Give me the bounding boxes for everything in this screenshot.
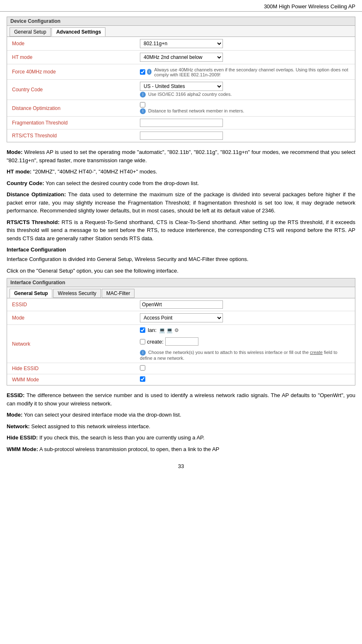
wmm-bottom-desc-bold: WMM Mode: xyxy=(7,446,38,452)
essid-bottom-desc: ESSID: The difference between the servic… xyxy=(7,391,355,407)
label-country-code: Country Code xyxy=(7,80,136,100)
mode-bottom-desc-bold: Mode: xyxy=(7,412,22,418)
mode-desc-text: Wireless AP is used to set the operating… xyxy=(7,149,355,163)
iface-config-form: ESSID Mode Access Point Client Ad-Hoc Mo… xyxy=(7,298,355,385)
lan-label: lan: xyxy=(148,327,157,333)
iface-row-mode: Mode Access Point Client Ad-Hoc Monitor xyxy=(7,311,355,325)
ht-mode-desc: HT mode: "20MHZ", "40MHZ HT40-", "40MHZ … xyxy=(7,168,355,176)
country-code-desc: Country Code: Yon can select the desired… xyxy=(7,179,355,188)
essid-bottom-desc-text: The difference between the service numbe… xyxy=(7,392,355,407)
rts-desc: RTS/CTS Threshold: RTS is a Request-To-S… xyxy=(7,218,355,243)
rts-desc-bold: RTS/CTS Threshold: xyxy=(7,219,60,225)
page-header: 300M High Power Wireless Ceiling AP xyxy=(0,0,362,12)
tab-iface-general[interactable]: General Setup xyxy=(10,289,52,298)
hide-essid-bottom-desc-text: If you check this, the search is less th… xyxy=(39,434,205,441)
iface-config-box: Interface Configuration General Setup Wi… xyxy=(7,278,355,385)
iface-row-hide-essid: Hide ESSID xyxy=(7,363,355,374)
mode-select[interactable]: 802.11b 802.11g 802.11n 802.11g+n xyxy=(140,39,223,48)
wmm-mode-checkbox[interactable] xyxy=(140,376,145,382)
force-40mhz-checkbox[interactable] xyxy=(140,69,145,75)
tab-iface-mac-filter[interactable]: MAC-Filter xyxy=(102,289,135,298)
device-config-box: Device Configuration General Setup Advan… xyxy=(7,17,355,142)
header-title: 300M High Power Wireless Ceiling AP xyxy=(264,3,355,10)
label-network: Network xyxy=(7,325,136,363)
label-force-40mhz: Force 40MHz mode xyxy=(7,64,136,80)
hide-essid-checkbox[interactable] xyxy=(140,365,145,371)
label-frag-threshold: Fragmentation Threshold xyxy=(7,117,136,129)
ht-mode-desc-bold: HT mode: xyxy=(7,168,32,175)
iface-row-essid: ESSID xyxy=(7,298,355,311)
iface-row-wmm-mode: WMM Mode xyxy=(7,374,355,385)
distance-desc-bold: Distance Optimization: xyxy=(7,191,66,198)
info-icon: i xyxy=(147,69,152,75)
country-info-icon: i xyxy=(140,92,146,98)
essid-bottom-desc-bold: ESSID: xyxy=(7,392,24,398)
network-bottom-desc: Network: Select assigned to this network… xyxy=(7,422,355,431)
form-row-frag-threshold: Fragmentation Threshold xyxy=(7,117,355,129)
create-label: create: xyxy=(147,339,164,345)
country-code-select[interactable]: US - United States CN - China GB - Unite… xyxy=(140,82,223,91)
force-40mhz-note: Always use 40MHz channels even if the se… xyxy=(154,67,351,77)
iface-mode-select[interactable]: Access Point Client Ad-Hoc Monitor xyxy=(140,313,223,322)
lan-icons: 💻 💻 ⚙ xyxy=(159,327,179,333)
tab-iface-wireless-security[interactable]: Wireless Security xyxy=(53,289,101,298)
hide-essid-bottom-desc-bold: Hide ESSID: xyxy=(7,434,38,441)
country-code-desc-text: Yon can select the desired country code … xyxy=(46,180,199,186)
country-code-desc-bold: Country Code: xyxy=(7,180,44,186)
frag-threshold-input[interactable] xyxy=(140,119,223,127)
iface-config-title: Interface Configuration xyxy=(7,278,355,287)
hide-essid-bottom-desc: Hide ESSID: If you check this, the searc… xyxy=(7,434,355,442)
rts-threshold-input[interactable] xyxy=(140,132,223,140)
distance-note: i Distance to farthest network member in… xyxy=(140,108,351,114)
mode-desc-bold: Mode: xyxy=(7,149,22,155)
create-input[interactable] xyxy=(165,337,198,346)
mode-desc: Mode: Wireless AP is used to set the ope… xyxy=(7,148,355,164)
form-row-ht-mode: HT mode 20MHz 40MHz 2nd channel below 40… xyxy=(7,51,355,64)
essid-input[interactable] xyxy=(140,300,223,309)
network-bottom-desc-bold: Network: xyxy=(7,423,30,429)
label-hide-essid: Hide ESSID xyxy=(7,363,136,374)
label-distance: Distance Optimization xyxy=(7,100,136,117)
iface-config-tabs: General Setup Wireless Security MAC-Filt… xyxy=(7,287,355,298)
label-wmm-mode: WMM Mode xyxy=(7,374,136,385)
wmm-bottom-desc-text: A sub-protocol wireless transmission pro… xyxy=(39,446,220,452)
distance-info-icon: i xyxy=(140,108,146,114)
mode-bottom-desc-text: Yon can select your desired interface mo… xyxy=(24,412,181,418)
wmm-bottom-desc: WMM Mode: A sub-protocol wireless transm… xyxy=(7,445,355,454)
label-iface-mode: Mode xyxy=(7,311,136,325)
tab-general-setup[interactable]: General Setup xyxy=(10,27,51,37)
country-code-note: i Use ISO/IEC 3166 alpha2 country codes. xyxy=(140,92,351,98)
label-ht-mode: HT mode xyxy=(7,51,136,64)
network-info-icon: i xyxy=(140,350,146,356)
ht-mode-desc-text: "20MHZ", "40MHZ HT40-", "40MHZ HT40+" mo… xyxy=(33,168,157,175)
label-mode: Mode xyxy=(7,37,136,51)
distance-desc: Distance Optimization: The data used to … xyxy=(7,190,355,215)
create-checkbox[interactable] xyxy=(140,339,145,344)
ht-mode-select[interactable]: 20MHz 40MHz 2nd channel below 40MHz 2nd … xyxy=(140,53,223,62)
form-row-rts-threshold: RTS/CTS Threshold xyxy=(7,129,355,142)
distance-checkbox[interactable] xyxy=(140,102,145,107)
form-row-force-40mhz: Force 40MHz mode i Always use 40MHz chan… xyxy=(7,64,355,80)
label-essid: ESSID xyxy=(7,298,136,311)
interface-config-heading: Interface Configuration xyxy=(7,246,355,253)
interface-intro: Interface Configuration is divided into … xyxy=(7,255,355,263)
iface-row-network: Network lan: 💻 💻 ⚙ create: xyxy=(7,325,355,363)
form-row-mode: Mode 802.11b 802.11g 802.11n 802.11g+n xyxy=(7,37,355,51)
device-config-title: Device Configuration xyxy=(7,17,355,26)
tab-advanced-settings[interactable]: Advanced Settings xyxy=(51,27,105,37)
network-note: i Choose the network(s) you want to atta… xyxy=(140,350,351,361)
form-row-distance: Distance Optimization i Distance to fart… xyxy=(7,100,355,117)
device-config-tabs: General Setup Advanced Settings xyxy=(7,26,355,37)
form-row-country-code: Country Code US - United States CN - Chi… xyxy=(7,80,355,100)
lan-checkbox[interactable] xyxy=(140,327,145,333)
interface-click-note: Click on the "General Setup" option, you… xyxy=(7,267,355,275)
network-bottom-desc-text: Select assigned to this network wireless… xyxy=(31,423,150,429)
page-number: 33 xyxy=(0,456,362,473)
label-rts-threshold: RTS/CTS Threshold xyxy=(7,129,136,142)
device-config-form: Mode 802.11b 802.11g 802.11n 802.11g+n H… xyxy=(7,37,355,142)
mode-bottom-desc: Mode: Yon can select your desired interf… xyxy=(7,411,355,419)
page-number-text: 33 xyxy=(178,463,184,469)
